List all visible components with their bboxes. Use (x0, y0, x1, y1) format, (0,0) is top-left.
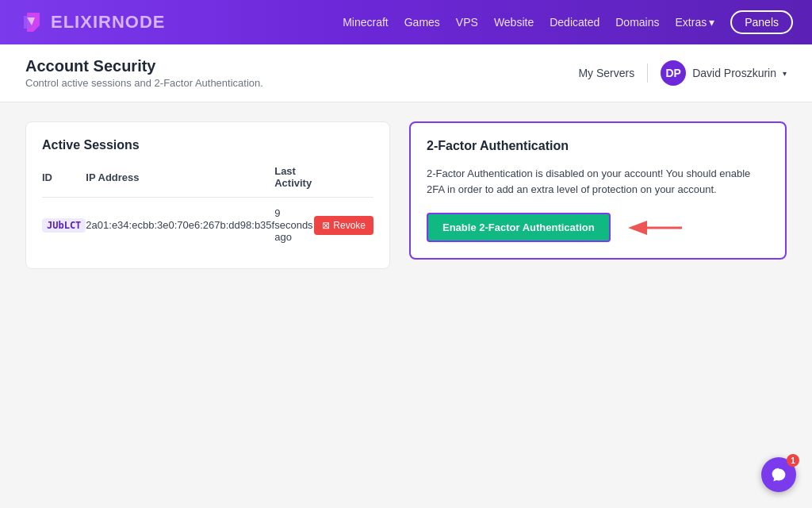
chat-badge: 1 (787, 454, 799, 467)
sessions-card-title: Active Sessions (42, 138, 373, 152)
panels-button[interactable]: Panels (730, 10, 793, 34)
logo-text: ELIXIRNODE (51, 12, 165, 33)
session-activity: 9 seconds ago (274, 198, 314, 253)
table-row: JUbLCT 2a01:e34:ecbb:3e0:70e6:267b:dd98:… (42, 198, 373, 253)
nav-extras[interactable]: Extras ▾ (676, 16, 715, 29)
navbar: ELIXIRNODE Minecraft Games VPS Website D… (0, 0, 812, 44)
revoke-icon: ⊠ (322, 220, 330, 231)
nav-website[interactable]: Website (494, 16, 534, 29)
page-header: Account Security Control active sessions… (25, 57, 263, 89)
session-id: JUbLCT (42, 218, 86, 233)
col-id: ID (42, 165, 86, 198)
my-servers-link[interactable]: My Servers (578, 67, 634, 79)
logo-icon (19, 10, 44, 35)
twofa-actions: Enable 2-Factor Authentication (427, 213, 769, 242)
revoke-button[interactable]: ⊠ Revoke (314, 216, 373, 235)
twofa-description: 2-Factor Authentication is disabled on y… (427, 166, 769, 197)
enable-2fa-button[interactable]: Enable 2-Factor Authentication (427, 213, 611, 242)
nav-domains[interactable]: Domains (615, 16, 659, 29)
sessions-table: ID IP Address Last Activity JUbLCT 2a01:… (42, 165, 373, 252)
chat-icon (771, 467, 787, 483)
sessions-card: Active Sessions ID IP Address Last Activ… (25, 121, 390, 269)
twofa-card-title: 2-Factor Authentication (427, 139, 769, 153)
session-ip: 2a01:e34:ecbb:3e0:70e6:267b:dd98:b35f (86, 198, 274, 253)
chevron-down-icon: ▾ (709, 16, 714, 29)
nav-links: Minecraft Games VPS Website Dedicated Do… (343, 10, 793, 34)
subheader: Account Security Control active sessions… (0, 44, 812, 102)
logo: ELIXIRNODE (19, 10, 165, 35)
nav-games[interactable]: Games (404, 16, 440, 29)
vertical-divider (647, 64, 648, 83)
nav-vps[interactable]: VPS (456, 16, 478, 29)
col-ip: IP Address (86, 165, 274, 198)
avatar: DP (661, 60, 686, 86)
twofa-card: 2-Factor Authentication 2-Factor Authent… (409, 121, 787, 260)
user-name: David Proszkurin (692, 67, 776, 79)
page-title: Account Security (25, 57, 263, 75)
nav-dedicated[interactable]: Dedicated (550, 16, 599, 29)
user-section: My Servers DP David Proszkurin ▾ (578, 60, 787, 86)
arrow-indicator (626, 218, 690, 237)
col-activity: Last Activity (274, 165, 314, 198)
arrow-icon (626, 218, 690, 237)
user-menu[interactable]: DP David Proszkurin ▾ (661, 60, 787, 86)
nav-minecraft[interactable]: Minecraft (343, 16, 389, 29)
main-content: Active Sessions ID IP Address Last Activ… (0, 102, 812, 288)
chat-bubble[interactable]: 1 (761, 457, 796, 492)
page-subtitle: Control active sessions and 2-Factor Aut… (25, 77, 263, 89)
chevron-down-icon: ▾ (783, 69, 787, 78)
